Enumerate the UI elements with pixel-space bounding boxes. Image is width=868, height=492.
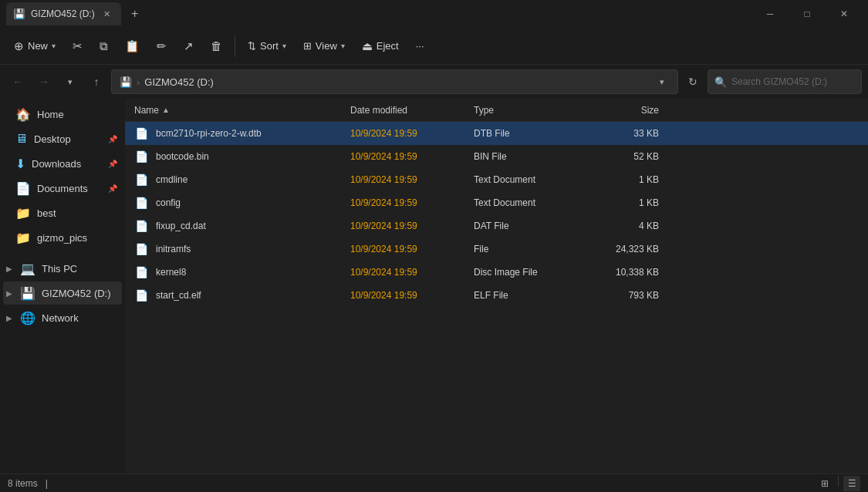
address-dropdown-icon[interactable]: ▾ <box>654 74 670 89</box>
refresh-button[interactable]: ↻ <box>681 70 704 93</box>
rename-button[interactable]: ✏ <box>149 33 174 59</box>
table-row[interactable]: 📄 fixup_cd.dat 10/9/2024 19:59 DAT File … <box>125 214 868 238</box>
file-type: DTB File <box>474 128 582 139</box>
file-icon: 📄 <box>134 150 148 163</box>
file-date: 10/9/2024 19:59 <box>350 174 474 185</box>
copy-button[interactable]: ⧉ <box>92 33 116 59</box>
file-type: Text Document <box>474 174 582 185</box>
sort-button[interactable]: ⇅ Sort ▾ <box>240 33 294 59</box>
sidebar-label-desktop: Desktop <box>34 133 71 145</box>
table-row[interactable]: 📄 bcm2710-rpi-zero-2-w.dtb 10/9/2024 19:… <box>125 122 868 145</box>
column-type-label: Type <box>474 105 494 116</box>
sidebar-label-downloads: Downloads <box>32 158 81 170</box>
search-box[interactable]: 🔍 <box>708 69 862 94</box>
file-size: 24,323 KB <box>582 244 659 254</box>
share-button[interactable]: ↗ <box>176 33 201 59</box>
list-view-button[interactable]: ⊞ <box>816 476 833 491</box>
file-list: 📄 bcm2710-rpi-zero-2-w.dtb 10/9/2024 19:… <box>125 122 868 473</box>
file-date: 10/9/2024 19:59 <box>350 151 474 162</box>
sidebar-item-this-pc[interactable]: ▶ 💻 This PC <box>3 257 122 280</box>
view-chevron-icon: ▾ <box>341 42 345 50</box>
tab-close-button[interactable]: ✕ <box>101 8 113 20</box>
file-name: config <box>156 197 350 208</box>
sidebar-item-best[interactable]: 📁 best <box>3 201 122 224</box>
view-label: View <box>316 40 337 52</box>
table-row[interactable]: 📄 initramfs 10/9/2024 19:59 File 24,323 … <box>125 238 868 261</box>
new-icon: ⊕ <box>14 39 24 53</box>
statusbar: 8 items | ⊞ ☰ <box>0 473 868 492</box>
network-icon: 🌐 <box>20 311 35 325</box>
toolbar-separator <box>235 35 235 57</box>
table-row[interactable]: 📄 config 10/9/2024 19:59 Text Document 1… <box>125 191 868 214</box>
paste-button[interactable]: 📋 <box>117 33 147 59</box>
column-header-type[interactable]: Type <box>474 105 582 116</box>
sidebar-item-gizmo-drive[interactable]: ▶ 💾 GIZMO452 (D:) <box>3 281 122 305</box>
sidebar-label-documents: Documents <box>37 183 88 194</box>
eject-icon: ⏏ <box>362 39 373 53</box>
table-row[interactable]: 📄 cmdline 10/9/2024 19:59 Text Document … <box>125 168 868 191</box>
copy-icon: ⧉ <box>100 39 108 53</box>
view-button[interactable]: ⊞ View ▾ <box>296 33 353 59</box>
titlebar-tab[interactable]: 💾 GIZMO452 (D:) ✕ <box>6 2 121 25</box>
table-row[interactable]: 📄 bootcode.bin 10/9/2024 19:59 BIN File … <box>125 145 868 168</box>
eject-button[interactable]: ⏏ Eject <box>354 33 407 59</box>
titlebar: 💾 GIZMO452 (D:) ✕ + ─ □ ✕ <box>0 0 868 28</box>
details-view-button[interactable]: ☰ <box>843 476 860 491</box>
address-path: GIZMO452 (D:) <box>144 76 650 88</box>
sidebar-item-home[interactable]: 🏠 Home <box>3 103 122 126</box>
sidebar-item-documents[interactable]: 📄 Documents 📌 <box>3 177 122 200</box>
file-size: 793 KB <box>582 290 659 301</box>
column-header-size[interactable]: Size <box>582 105 659 116</box>
sidebar-label-network: Network <box>42 312 79 324</box>
table-row[interactable]: 📄 start_cd.elf 10/9/2024 19:59 ELF File … <box>125 284 868 307</box>
forward-button[interactable]: → <box>32 70 56 93</box>
more-icon: ··· <box>416 40 424 52</box>
eject-label: Eject <box>377 40 399 52</box>
gizmo-drive-icon: 💾 <box>20 286 35 301</box>
main-area: 🏠 Home 🖥 Desktop 📌 ⬇ Downloads 📌 📄 Docum… <box>0 99 868 473</box>
file-type: Disc Image File <box>474 267 582 278</box>
new-tab-button[interactable]: + <box>124 3 146 25</box>
minimize-button[interactable]: ─ <box>752 2 788 26</box>
sidebar-label-gizmo-pics: gizmo_pics <box>37 232 87 244</box>
file-icon: 📄 <box>134 288 148 302</box>
pin-icon-downloads: 📌 <box>108 160 117 168</box>
sort-chevron-icon: ▾ <box>282 42 286 50</box>
sidebar-item-desktop[interactable]: 🖥 Desktop 📌 <box>3 127 122 150</box>
column-header-name[interactable]: Name ▲ <box>134 105 350 116</box>
file-name: bcm2710-rpi-zero-2-w.dtb <box>156 128 350 139</box>
address-separator: › <box>137 76 140 88</box>
back-button[interactable]: ← <box>6 70 29 93</box>
pin-icon-documents: 📌 <box>108 184 117 193</box>
cut-button[interactable]: ✂ <box>65 33 90 59</box>
file-size: 1 KB <box>582 197 659 208</box>
delete-button[interactable]: 🗑 <box>203 33 230 59</box>
column-header-date[interactable]: Date modified <box>350 105 474 116</box>
address-bar[interactable]: 💾 › GIZMO452 (D:) ▾ <box>111 69 678 94</box>
file-name: initramfs <box>156 244 350 254</box>
file-icon: 📄 <box>134 265 148 279</box>
sidebar-label-best: best <box>37 207 56 219</box>
sidebar-item-network[interactable]: ▶ 🌐 Network <box>3 306 122 329</box>
file-name-cell: 📄 start_cd.elf <box>134 288 350 302</box>
file-size: 52 KB <box>582 151 659 162</box>
file-size: 10,338 KB <box>582 267 659 278</box>
sidebar-item-gizmo-pics[interactable]: 📁 gizmo_pics <box>3 226 122 249</box>
close-button[interactable]: ✕ <box>826 2 862 26</box>
cut-icon: ✂ <box>73 39 83 53</box>
more-button[interactable]: ··· <box>408 33 432 59</box>
search-input[interactable] <box>731 76 855 87</box>
sort-arrow-icon: ▲ <box>162 106 170 114</box>
new-button[interactable]: ⊕ New ▾ <box>6 33 63 59</box>
up-button[interactable]: ↑ <box>85 70 108 93</box>
statusbar-separator: | <box>46 478 48 489</box>
file-date: 10/9/2024 19:59 <box>350 128 474 139</box>
recent-locations-button[interactable]: ▾ <box>59 70 82 93</box>
sidebar-item-downloads[interactable]: ⬇ Downloads 📌 <box>3 152 122 175</box>
this-pc-icon: 💻 <box>20 261 35 276</box>
maximize-button[interactable]: □ <box>789 2 825 26</box>
sidebar-label-this-pc: This PC <box>42 263 77 275</box>
pin-icon-desktop: 📌 <box>108 135 117 143</box>
paste-icon: 📋 <box>125 39 140 53</box>
table-row[interactable]: 📄 kernel8 10/9/2024 19:59 Disc Image Fil… <box>125 261 868 284</box>
